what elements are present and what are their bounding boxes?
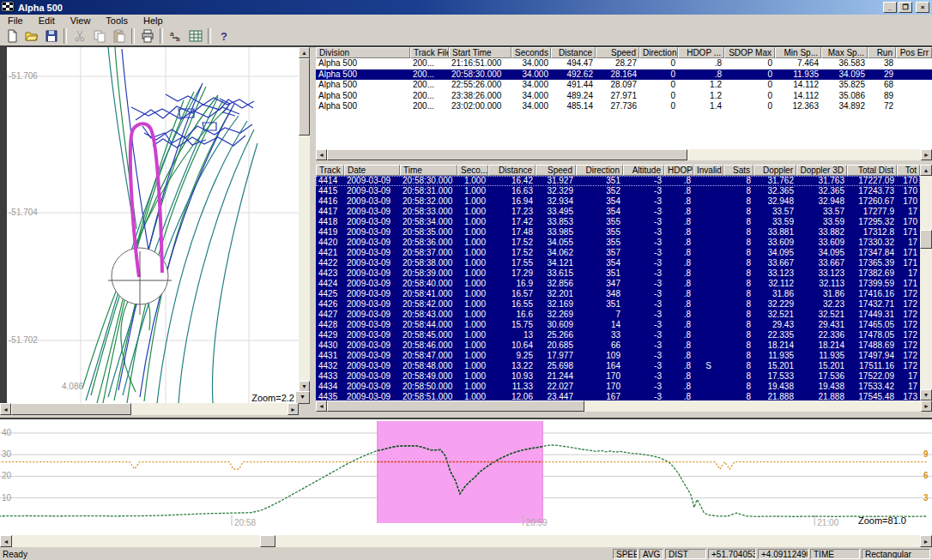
table-row[interactable]: 44172009-03-0920:58:33.0001.00017.2333.4… xyxy=(316,207,920,217)
scroll-thumb[interactable] xyxy=(260,535,275,547)
track-labels-button[interactable]: aa xyxy=(166,27,185,45)
table-row[interactable]: 44142009-03-0920:58:30.0001.00016.4231.9… xyxy=(316,176,920,186)
speed-chart[interactable]: 1020304036920:5820:5921:00Zoom=81.0 xyxy=(0,419,932,535)
column-header[interactable]: Pos Err xyxy=(896,47,932,58)
column-header[interactable]: Min Sp... xyxy=(775,47,821,58)
scroll-thumb[interactable] xyxy=(920,230,932,249)
map-vertical-scrollbar[interactable]: ▲ ▼ xyxy=(299,47,310,392)
menu-view[interactable]: View xyxy=(63,15,99,27)
column-header[interactable]: Start Time xyxy=(449,47,511,58)
table-row[interactable]: 44222009-03-0920:58:38.0001.00017.5534.1… xyxy=(316,258,920,268)
table-row[interactable]: 44292009-03-0920:58:45.0001.0001325.2663… xyxy=(316,330,920,340)
column-header[interactable]: Direction xyxy=(639,47,678,58)
table-row[interactable]: 44262009-03-0920:58:42.0001.00016.5532.1… xyxy=(316,299,920,310)
table-row[interactable]: 44312009-03-0920:58:47.0001.0009.2517.97… xyxy=(316,351,920,361)
map-zoom-control[interactable]: Zoom=2.2 ▼ xyxy=(237,392,310,403)
column-header[interactable]: Speed xyxy=(536,165,576,176)
column-header[interactable]: Run xyxy=(868,47,896,58)
close-button[interactable]: × xyxy=(916,2,929,13)
track-vertical-scrollbar[interactable]: ▲ ▼ xyxy=(920,165,932,400)
scroll-right-arrow[interactable]: ► xyxy=(921,400,932,412)
table-row[interactable]: 44322009-03-0920:58:48.0001.00013.2225.6… xyxy=(316,361,920,371)
scroll-left-arrow[interactable]: ◄ xyxy=(0,403,11,415)
menu-file[interactable]: File xyxy=(0,15,31,27)
column-header[interactable]: SDOP Max xyxy=(724,47,775,58)
table-row[interactable]: 44242009-03-0920:58:40.0001.00016.932.85… xyxy=(316,279,920,289)
column-header[interactable]: Total Dist xyxy=(847,165,897,176)
table-row[interactable]: 44332009-03-0920:58:49.0001.00010.9321.2… xyxy=(316,371,920,382)
column-header[interactable]: Division xyxy=(316,47,410,58)
table-row[interactable]: 44182009-03-0920:58:34.0001.00017.4233.8… xyxy=(316,217,920,227)
chart-selection-region[interactable] xyxy=(378,421,542,523)
table-row[interactable]: 44302009-03-0920:58:46.0001.00010.6420.6… xyxy=(316,340,920,351)
column-header[interactable]: Altitude xyxy=(623,165,664,176)
scroll-left-arrow[interactable]: ◄ xyxy=(316,400,327,412)
scroll-right-arrow[interactable]: ► xyxy=(287,403,299,415)
column-header[interactable]: Track File xyxy=(410,47,449,58)
column-header[interactable]: Invalid xyxy=(693,165,723,176)
scroll-left-arrow[interactable]: ◄ xyxy=(316,149,327,160)
chart-horizontal-scrollbar[interactable]: ◄ ► xyxy=(0,535,932,547)
table-row[interactable]: 44252009-03-0920:58:41.0001.00016.5732.2… xyxy=(316,289,920,299)
scroll-thumb[interactable] xyxy=(327,400,584,412)
column-header[interactable]: Direction xyxy=(576,165,623,176)
cut-button[interactable] xyxy=(70,27,89,45)
table-row[interactable]: 44272009-03-0920:58:43.0001.00016.632.26… xyxy=(316,310,920,320)
runs-horizontal-scrollbar[interactable]: ◄ ► xyxy=(316,149,932,160)
table-row[interactable]: Alpha 500200...20:58:30.00034.000492.622… xyxy=(316,69,932,81)
scroll-thumb[interactable] xyxy=(299,58,310,135)
column-header[interactable]: HDOP ... xyxy=(678,47,724,58)
scroll-left-arrow[interactable]: ◄ xyxy=(0,535,12,547)
column-header[interactable]: Seco... xyxy=(457,165,488,176)
column-header[interactable]: Sats xyxy=(723,165,753,176)
column-header[interactable]: Doppler xyxy=(753,165,796,176)
table-row[interactable]: 44342009-03-0920:58:50.0001.00011.3322.0… xyxy=(316,382,920,392)
table-row[interactable]: 44232009-03-0920:58:39.0001.00017.2933.6… xyxy=(316,268,920,279)
table-row[interactable]: 44352009-03-0920:58:51.0001.00012.0623.4… xyxy=(316,392,920,400)
track-horizontal-scrollbar[interactable]: ◄ ► xyxy=(316,400,932,412)
column-header[interactable]: Doppler 3D xyxy=(796,165,847,176)
map-horizontal-scrollbar[interactable]: ◄ ► xyxy=(0,403,299,415)
scroll-right-arrow[interactable]: ► xyxy=(921,149,932,160)
table-row[interactable]: Alpha 500200...23:38:26.00034.000489.242… xyxy=(316,91,932,102)
column-header[interactable]: Time xyxy=(400,165,457,176)
copy-button[interactable] xyxy=(89,27,109,45)
menu-tools[interactable]: Tools xyxy=(98,15,136,27)
chevron-down-icon[interactable]: ▼ xyxy=(295,391,310,404)
table-row[interactable]: Alpha 500200...22:55:26.00034.000491.442… xyxy=(316,80,932,91)
menu-help[interactable]: Help xyxy=(136,15,171,27)
paste-button[interactable] xyxy=(109,27,129,45)
column-header[interactable]: HDOP xyxy=(664,165,693,176)
restore-button[interactable]: ❐ xyxy=(899,2,912,13)
column-header[interactable]: Track xyxy=(316,165,344,176)
scroll-thumb[interactable] xyxy=(327,149,687,160)
scroll-up-arrow[interactable]: ▲ xyxy=(299,47,310,58)
new-file-button[interactable] xyxy=(2,27,21,45)
scroll-down-arrow[interactable]: ▼ xyxy=(920,389,932,400)
column-header[interactable]: Speed xyxy=(596,47,639,58)
scroll-up-arrow[interactable]: ▲ xyxy=(920,165,932,176)
minimize-button[interactable]: _ xyxy=(883,2,897,13)
column-header[interactable]: Distance xyxy=(488,165,536,176)
map-plot[interactable]: -51.706 -51.704 -51.702 4.086 xyxy=(7,47,299,403)
save-button[interactable] xyxy=(41,27,61,45)
table-row[interactable]: 44212009-03-0920:58:37.0001.00017.5234.0… xyxy=(316,248,920,258)
table-row[interactable]: Alpha 500200...23:02:00.00034.000485.142… xyxy=(316,101,932,112)
data-grid-button[interactable] xyxy=(185,27,205,45)
column-header[interactable]: Seconds xyxy=(511,47,551,58)
table-row[interactable]: 44282009-03-0920:58:44.0001.00015.7530.6… xyxy=(316,320,920,330)
table-row[interactable]: 44152009-03-0920:58:31.0001.00016.6332.3… xyxy=(316,186,920,196)
table-row[interactable]: 44162009-03-0920:58:32.0001.00016.9432.9… xyxy=(316,196,920,207)
menu-edit[interactable]: Edit xyxy=(31,15,63,27)
open-file-button[interactable] xyxy=(21,27,41,45)
print-button[interactable] xyxy=(137,27,157,45)
table-row[interactable]: Alpha 500200...21:16:51.00034.000494.472… xyxy=(316,58,932,69)
column-header[interactable]: Tot xyxy=(897,165,920,176)
column-header[interactable]: Date xyxy=(344,165,400,176)
column-header[interactable]: Distance xyxy=(551,47,596,58)
column-header[interactable]: Max Sp... xyxy=(821,47,868,58)
help-button[interactable]: ? xyxy=(214,27,233,45)
table-row[interactable]: 44202009-03-0920:58:36.0001.00017.5234.0… xyxy=(316,238,920,248)
scroll-right-arrow[interactable]: ► xyxy=(920,535,932,547)
scroll-thumb[interactable] xyxy=(11,403,131,415)
